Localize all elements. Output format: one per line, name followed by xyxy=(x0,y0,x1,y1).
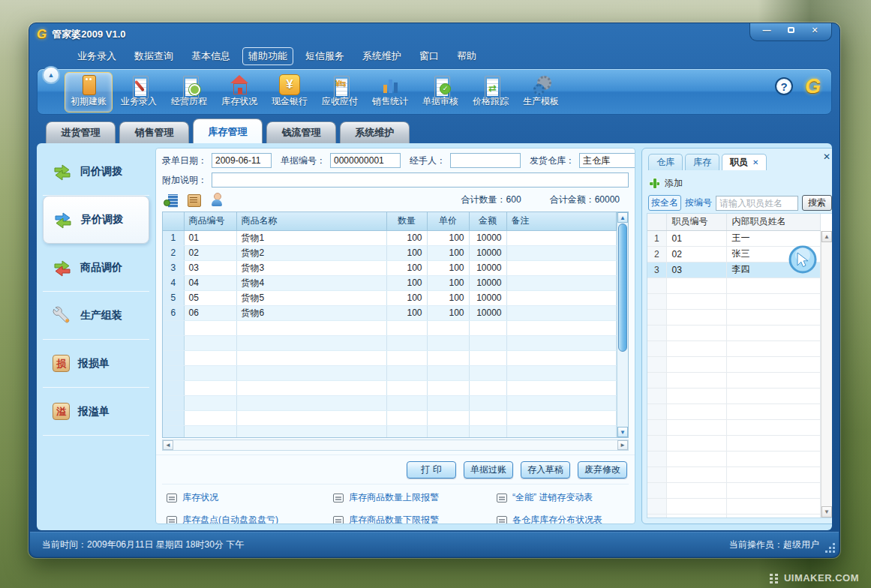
link-stock-count[interactable]: 库存盘点(自动盘盈盘亏) xyxy=(167,514,333,524)
sidebar-item-gain-report[interactable]: 溢 报溢单 xyxy=(43,388,149,436)
empty-row[interactable] xyxy=(647,309,821,325)
scroll-right-icon[interactable] xyxy=(617,440,628,450)
link-warehouse-distribution[interactable]: 各仓库库存分布状况表 xyxy=(497,514,624,524)
tab-cashflow-mgmt[interactable]: 钱流管理 xyxy=(266,122,336,143)
employee-icon[interactable] xyxy=(210,193,224,206)
sidebar-item-production-assembly[interactable]: 生产组装 xyxy=(43,292,149,340)
table-row[interactable]: 101货物110010010000 xyxy=(163,230,617,245)
warehouse-icon[interactable] xyxy=(164,193,177,206)
empty-row[interactable] xyxy=(163,335,617,350)
col-item-name[interactable]: 商品名称 xyxy=(236,212,386,230)
sidebar-item-loss-report[interactable]: 损 报损单 xyxy=(43,340,149,388)
link-stock-status[interactable]: 库存状况 xyxy=(167,491,333,504)
toolbar-production-template[interactable]: 生产模板 xyxy=(517,72,565,112)
empty-row[interactable] xyxy=(647,278,821,293)
sidebar-item-diff-price-transfer[interactable]: 异价调拨 xyxy=(43,196,149,244)
empty-row[interactable] xyxy=(647,514,821,518)
sidebar-item-same-price-transfer[interactable]: 同价调拨 xyxy=(43,148,149,196)
scroll-up-icon[interactable] xyxy=(617,212,628,223)
empty-row[interactable] xyxy=(163,350,617,365)
help-icon[interactable] xyxy=(775,77,793,95)
col-remark[interactable]: 备注 xyxy=(506,212,617,230)
add-row[interactable]: 添加 xyxy=(642,170,832,195)
tab-system-maintenance[interactable]: 系统维护 xyxy=(340,122,410,143)
empty-row[interactable] xyxy=(163,395,617,410)
menu-item-basic-info[interactable]: 基本信息 xyxy=(191,50,230,63)
toolbar-business-entry[interactable]: 业务录入 xyxy=(115,72,163,112)
search-by-code-link[interactable]: 按编号 xyxy=(685,196,712,209)
minimize-button[interactable]: — xyxy=(756,26,777,37)
col-unit-price[interactable]: 单价 xyxy=(427,212,469,230)
menu-item-window[interactable]: 窗口 xyxy=(419,50,439,63)
empty-row[interactable] xyxy=(647,419,821,435)
save-draft-button[interactable]: 存入草稿 xyxy=(521,461,570,478)
menu-item-aux-functions[interactable]: 辅助功能 xyxy=(242,47,293,65)
link-stock-upper-limit-alert[interactable]: 库存商品数量上限报警 xyxy=(333,491,497,504)
tab-purchase-mgmt[interactable]: 进货管理 xyxy=(46,122,116,143)
col-employee-name[interactable]: 内部职员姓名 xyxy=(726,214,821,230)
empty-row[interactable] xyxy=(163,425,617,438)
col-employee-code[interactable]: 职员编号 xyxy=(666,214,726,230)
menu-item-system-maintenance[interactable]: 系统维护 xyxy=(362,50,401,63)
table-row[interactable]: 303货物310010010000 xyxy=(163,260,617,275)
empty-row[interactable] xyxy=(163,320,617,335)
empty-row[interactable] xyxy=(647,466,821,482)
link-almighty-flow-report[interactable]: “全能” 进销存变动表 xyxy=(497,491,624,504)
discard-changes-button[interactable]: 废弃修改 xyxy=(578,461,627,478)
col-item-code[interactable]: 商品编号 xyxy=(184,212,236,230)
empty-row[interactable] xyxy=(647,388,821,404)
search-button[interactable]: 搜索 xyxy=(802,195,832,211)
toolbar-cash-bank[interactable]: 现金银行 xyxy=(266,72,314,112)
scrollbar-thumb[interactable] xyxy=(618,224,627,352)
table-row[interactable]: 202货物210010010000 xyxy=(163,245,617,260)
maximize-button[interactable] xyxy=(780,26,801,37)
search-by-name-link[interactable]: 按全名 xyxy=(648,195,681,211)
link-stock-lower-limit-alert[interactable]: 库存商品数量下限报警 xyxy=(333,514,497,524)
note-input[interactable] xyxy=(212,172,629,188)
table-row[interactable]: 505货物510010010000 xyxy=(163,290,617,305)
toolbar-sales-stats[interactable]: 销售统计 xyxy=(366,72,414,112)
warehouse-input[interactable] xyxy=(579,153,635,168)
empty-row[interactable] xyxy=(647,435,821,451)
tab-warehouse[interactable]: 仓库 xyxy=(648,154,683,170)
toolbar-price-track[interactable]: 价格跟踪 xyxy=(467,72,515,112)
toolbar-business-history[interactable]: 经营历程 xyxy=(165,72,213,112)
tab-stock[interactable]: 库存 xyxy=(685,154,719,170)
toolbar-receivable-payable[interactable]: 应收应付 xyxy=(316,72,364,112)
scroll-down-icon[interactable] xyxy=(617,427,628,437)
menu-item-sms-service[interactable]: 短信服务 xyxy=(305,50,344,63)
print-button[interactable]: 打 印 xyxy=(407,461,456,478)
employee-row[interactable]: 101王一 xyxy=(647,230,821,246)
table-row[interactable]: 606货物610010010000 xyxy=(163,305,617,320)
empty-row[interactable] xyxy=(647,356,821,372)
menu-item-business-entry[interactable]: 业务录入 xyxy=(77,50,116,63)
scroll-down-icon[interactable] xyxy=(821,506,832,518)
empty-row[interactable] xyxy=(647,451,821,466)
items-horizontal-scrollbar[interactable] xyxy=(162,440,629,451)
tab-close-icon[interactable] xyxy=(752,154,758,170)
tab-inventory-mgmt[interactable]: 库存管理 xyxy=(193,118,263,143)
resize-grip[interactable] xyxy=(825,543,835,553)
empty-row[interactable] xyxy=(647,482,821,498)
sidebar-item-price-adjust[interactable]: 商品调价 xyxy=(43,244,149,292)
scroll-left-icon[interactable] xyxy=(163,440,173,450)
close-button[interactable]: ✕ xyxy=(804,26,825,37)
panel-close-icon[interactable] xyxy=(823,152,830,162)
empty-row[interactable] xyxy=(647,372,821,388)
doc-no-input[interactable] xyxy=(330,153,401,168)
empty-row[interactable] xyxy=(647,340,821,356)
employee-vertical-scrollbar[interactable] xyxy=(821,231,832,518)
empty-row[interactable] xyxy=(647,293,821,309)
collapse-toolbar-button[interactable] xyxy=(42,66,60,84)
stock-box-icon[interactable] xyxy=(187,193,200,206)
employee-search-input[interactable] xyxy=(716,196,798,211)
scroll-up-icon[interactable] xyxy=(821,231,832,242)
menu-item-help[interactable]: 帮助 xyxy=(457,50,476,63)
empty-row[interactable] xyxy=(163,365,617,380)
empty-row[interactable] xyxy=(163,380,617,395)
empty-row[interactable] xyxy=(647,498,821,514)
handler-input[interactable] xyxy=(450,153,521,168)
tab-sales-mgmt[interactable]: 销售管理 xyxy=(119,122,189,143)
post-document-button[interactable]: 单据过账 xyxy=(464,461,513,478)
toolbar-initial-setup[interactable]: 初期建账 xyxy=(65,72,113,112)
